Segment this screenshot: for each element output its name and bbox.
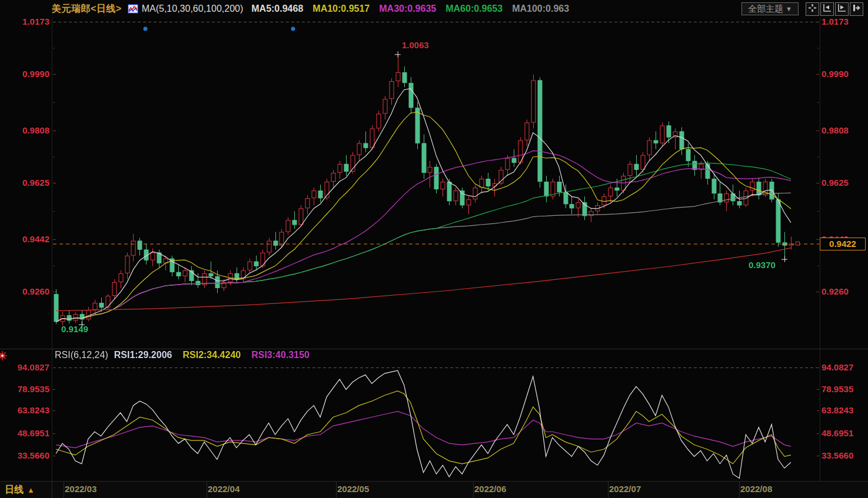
month-tick: [473, 482, 474, 498]
indicator-marker-icon[interactable]: [0, 350, 8, 363]
chevron-down-icon: ▼: [786, 3, 792, 15]
high-price-annotation: 1.0063: [402, 40, 429, 50]
pane-divider[interactable]: [0, 349, 868, 349]
date-label: 2022/05: [337, 484, 369, 494]
low-price-annotation: 0.9149: [61, 324, 88, 334]
month-tick: [336, 482, 337, 498]
rsi1-value: RSI1:29.2006: [114, 350, 172, 360]
price-axis-label: 0.9625: [0, 178, 49, 188]
date-label: 2022/04: [208, 484, 240, 494]
date-label: 2022/06: [474, 484, 506, 494]
plot-left-border: [52, 18, 52, 481]
ma-group-label: MA(5,10,30,60,100,200): [142, 4, 244, 14]
rsi-axis-label: 48.6951: [0, 428, 49, 439]
ma10-value: MA10:0.9517: [312, 4, 370, 14]
rsi-group-label: RSI(6,12,24): [55, 350, 108, 360]
ma5-value: MA5:0.9468: [251, 4, 303, 14]
rsi-axis-label: 33.5660: [0, 450, 49, 461]
toolbar: 全部主题 ▼: [741, 2, 863, 16]
rsi-legend: RSI(6,12,24) RSI1:29.2006 RSI2:34.4240 R…: [55, 350, 320, 360]
main-chart-canvas[interactable]: [53, 18, 819, 349]
price-axis-label: 1.0173: [822, 16, 849, 27]
period-label: 日线: [5, 484, 24, 496]
triangle-up-icon: ▲: [27, 486, 35, 494]
ma30-value: MA30:0.9635: [379, 4, 436, 14]
top-bar: 美元瑞郎 <日线> MA(5,10,30,60,100,200) MA5:0.9…: [0, 0, 868, 18]
crosshair-button[interactable]: [806, 2, 819, 16]
ma60-value: MA60:0.9653: [445, 4, 503, 14]
datebar-separator: [52, 482, 52, 498]
month-tick: [739, 482, 740, 498]
date-label: 2022/03: [65, 484, 97, 494]
price-axis-label: 0.9260: [0, 286, 49, 297]
price-axis-label: 0.9808: [822, 125, 849, 136]
crosshair-icon: [808, 4, 817, 14]
pan-right-icon: [852, 4, 861, 14]
price-axis-label: 0.9260: [822, 286, 849, 297]
rsi-axis-label: 33.5660: [822, 450, 853, 461]
rsi-axis-label: 48.6951: [822, 428, 853, 439]
main-legend: 美元瑞郎 <日线> MA(5,10,30,60,100,200) MA5:0.9…: [52, 3, 578, 15]
rsi-axis-label: 63.8243: [0, 405, 49, 416]
rsi-axis-label: 63.8243: [822, 405, 853, 416]
price-axis-label: 0.9625: [822, 178, 849, 188]
ma100-value: MA100:0.963: [512, 4, 569, 14]
compress-axis-left-button[interactable]: [820, 2, 834, 16]
theme-dropdown-button[interactable]: 全部主题 ▼: [741, 2, 799, 15]
month-tick: [207, 482, 207, 498]
pan-right-button[interactable]: [850, 2, 863, 16]
rsi-axis-label: 78.9535: [0, 384, 49, 395]
compress-axis-right-icon: [837, 4, 846, 14]
current-price-tag: 0.9422: [820, 238, 866, 250]
price-axis-label: 0.9442: [0, 234, 49, 245]
instrument-title: 美元瑞郎: [52, 3, 91, 15]
period-selector[interactable]: 日线 ▲: [0, 482, 52, 498]
compress-axis-left-icon: [823, 4, 832, 14]
mini-chart-icon[interactable]: [128, 4, 138, 14]
month-tick: [64, 482, 64, 498]
period-tag: <日线>: [91, 3, 122, 15]
date-label: 2022/07: [609, 484, 641, 494]
rsi2-value: RSI2:34.4240: [182, 350, 241, 360]
rsi-axis-label: 78.9535: [822, 384, 853, 395]
rsi3-value: RSI3:40.3150: [251, 350, 310, 360]
price-axis-label: 1.0173: [0, 16, 49, 27]
trading-chart-app: 美元瑞郎 <日线> MA(5,10,30,60,100,200) MA5:0.9…: [0, 0, 868, 498]
date-label: 2022/08: [740, 484, 772, 494]
price-axis-label: 0.9990: [822, 69, 849, 79]
rsi-chart-canvas[interactable]: [53, 363, 819, 479]
month-tick: [608, 482, 608, 498]
compress-axis-right-button[interactable]: [835, 2, 849, 16]
price-axis-label: 0.9808: [0, 125, 49, 136]
rsi-axis-label: 94.0827: [822, 362, 853, 373]
recent-low-annotation: 0.9370: [749, 260, 776, 270]
date-bar: 日线 ▲ 2022/03 2022/04 2022/05 2022/06 202…: [0, 481, 868, 498]
rsi-axis-label: 94.0827: [0, 362, 49, 373]
price-axis-label: 0.9990: [0, 69, 49, 79]
theme-dropdown-label: 全部主题: [748, 3, 783, 15]
